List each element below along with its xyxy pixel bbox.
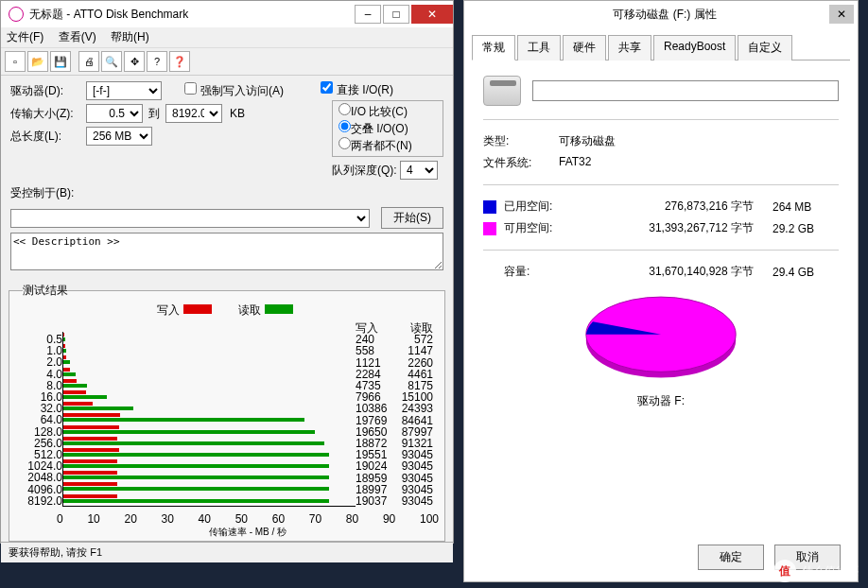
- menubar: 文件(F) 查看(V) 帮助(H): [1, 27, 453, 48]
- drive-icon: [483, 76, 521, 106]
- free-bytes: 31,393,267,712 字节: [561, 220, 773, 236]
- tab-hardware[interactable]: 硬件: [563, 35, 606, 61]
- props-title: 可移动磁盘 (F:) 属性: [472, 7, 858, 23]
- results-title: 测试结果: [23, 283, 68, 299]
- xfer-to-select[interactable]: 8192.0: [165, 104, 222, 123]
- xfer-label: 传输大小(Z):: [10, 106, 86, 122]
- io-mode-group: I/O 比较(C) 交叠 I/O(O) 两者都不(N): [332, 100, 443, 157]
- atto-titlebar[interactable]: 无标题 - ATTO Disk Benchmark – □ ✕: [1, 1, 453, 27]
- chart-bars: [62, 332, 356, 507]
- status-bar: 要获得帮助, 请按 F1: [1, 542, 453, 562]
- used-swatch: [483, 200, 496, 214]
- watermark-icon: 值: [773, 560, 796, 582]
- chart-y-labels: 0.51.02.04.08.016.032.064.0128.0256.0512…: [21, 320, 62, 507]
- cap-h: 29.4 GB: [773, 266, 839, 279]
- svg-point-1: [586, 297, 736, 372]
- len-label: 总长度(L):: [10, 129, 86, 145]
- print-icon[interactable]: 🖨: [78, 51, 99, 72]
- atto-window: 无标题 - ATTO Disk Benchmark – □ ✕ 文件(F) 查看…: [0, 0, 454, 544]
- cap-bytes: 31,670,140,928 字节: [561, 264, 773, 280]
- start-button[interactable]: 开始(S): [381, 207, 443, 229]
- preview-icon[interactable]: 🔍: [101, 51, 122, 72]
- xfer-from-select[interactable]: 0.5: [86, 104, 143, 123]
- open-icon[interactable]: 📂: [27, 51, 48, 72]
- legend-write-swatch: [183, 304, 212, 314]
- description-box[interactable]: << Description >>: [10, 233, 443, 270]
- tab-general[interactable]: 常规: [472, 35, 515, 61]
- ok-button[interactable]: 确定: [698, 545, 764, 570]
- cap-label: 容量:: [504, 264, 561, 280]
- properties-window: 可移动磁盘 (F:) 属性 ✕ 常规 工具 硬件 共享 ReadyBoost 自…: [463, 0, 859, 582]
- chart-x-axis: 0102030405060708090100: [15, 512, 439, 526]
- tab-readyboost[interactable]: ReadyBoost: [653, 35, 736, 61]
- props-titlebar[interactable]: 可移动磁盘 (F:) 属性: [464, 1, 858, 27]
- watermark: 值 什么值得买: [773, 560, 859, 582]
- free-h: 29.2 GB: [773, 222, 839, 235]
- close-button[interactable]: ✕: [411, 5, 453, 24]
- xfer-unit: KB: [230, 107, 245, 120]
- free-swatch: [483, 222, 496, 235]
- tab-tools[interactable]: 工具: [517, 35, 561, 61]
- tab-share[interactable]: 共享: [608, 35, 651, 61]
- menu-help[interactable]: 帮助(H): [111, 30, 149, 43]
- qd-select[interactable]: 4: [400, 161, 438, 180]
- tab-custom[interactable]: 自定义: [738, 35, 792, 61]
- toolbar: ▫ 📂 💾 🖨 🔍 ✥ ? ❓: [1, 48, 453, 76]
- pie-chart: [576, 293, 746, 388]
- qd-label: 队列深度(Q):: [332, 164, 397, 177]
- chart-x-label: 传输速率 - MB / 秒: [15, 526, 439, 539]
- settings-form: 驱动器(D): [-f-] 强制写入访问(A) 传输大小(Z): 0.5 到 8…: [1, 76, 453, 279]
- save-icon[interactable]: 💾: [50, 51, 71, 72]
- xfer-to-label: 到: [148, 106, 160, 122]
- force-write-check[interactable]: 强制写入访问(A): [184, 82, 284, 99]
- fs-value: FAT32: [559, 155, 591, 171]
- drive-label: 驱动器(D):: [10, 83, 86, 99]
- move-icon[interactable]: ✥: [124, 51, 145, 72]
- radio-overlap[interactable]: 交叠 I/O(O): [339, 120, 437, 137]
- drive-name-input[interactable]: [532, 80, 839, 101]
- used-bytes: 276,873,216 字节: [561, 199, 773, 215]
- len-select[interactable]: 256 MB: [86, 127, 152, 146]
- drive-select[interactable]: [-f-]: [86, 81, 162, 100]
- minimize-button[interactable]: –: [355, 5, 381, 24]
- type-value: 可移动磁盘: [559, 133, 616, 149]
- props-tabs: 常规 工具 硬件 共享 ReadyBoost 自定义: [472, 35, 850, 61]
- used-label: 已用空间:: [504, 199, 561, 215]
- app-icon: [9, 7, 24, 22]
- ctrl-label: 受控制于(B):: [10, 185, 443, 201]
- help-icon[interactable]: ?: [147, 51, 167, 72]
- new-icon[interactable]: ▫: [5, 51, 26, 72]
- context-help-icon[interactable]: ❓: [169, 51, 190, 72]
- free-label: 可用空间:: [504, 220, 561, 236]
- window-title: 无标题 - ATTO Disk Benchmark: [29, 7, 353, 23]
- chart-values: 写入读取240572558114711212260228444614735817…: [356, 320, 433, 507]
- props-close-button[interactable]: ✕: [829, 5, 854, 24]
- direct-io-check[interactable]: 直接 I/O(R): [321, 83, 393, 96]
- props-body: 类型:可移动磁盘 文件系统:FAT32 已用空间: 276,873,216 字节…: [464, 61, 858, 424]
- chart-legend: 写入 读取: [15, 301, 439, 320]
- legend-read-swatch: [265, 304, 293, 314]
- menu-file[interactable]: 文件(F): [7, 30, 43, 43]
- fs-label: 文件系统:: [483, 155, 559, 171]
- maximize-button[interactable]: □: [383, 5, 409, 24]
- controller-select[interactable]: [10, 209, 370, 228]
- radio-compare[interactable]: I/O 比较(C): [339, 103, 437, 120]
- radio-neither[interactable]: 两者都不(N): [339, 137, 437, 154]
- menu-view[interactable]: 查看(V): [59, 30, 96, 43]
- results-panel: 测试结果 写入 读取 0.51.02.04.08.016.032.064.012…: [9, 283, 445, 542]
- type-label: 类型:: [483, 133, 559, 149]
- pie-label: 驱动器 F:: [483, 393, 839, 409]
- used-h: 264 MB: [773, 200, 839, 214]
